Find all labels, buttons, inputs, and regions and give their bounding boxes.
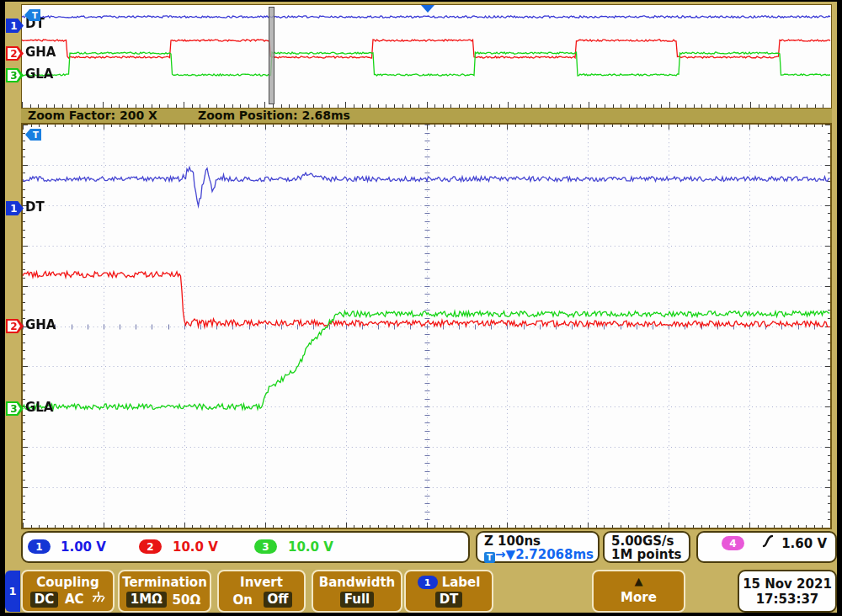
ch1-scale: 1.00 V <box>61 539 106 555</box>
zoom-position-label: Zoom Position: 2.68ms <box>198 109 350 123</box>
time-text: 17:53:37 <box>756 592 819 607</box>
label-title: Label <box>442 575 481 590</box>
zoom-window-marker[interactable] <box>269 7 274 104</box>
acquisition-readout[interactable]: 5.00GS/s 1M points <box>603 531 690 563</box>
datetime-display: 15 Nov 2021 17:53:37 <box>738 570 837 613</box>
termination-1m-option[interactable]: 1MΩ <box>126 592 167 608</box>
trigger-level-flag[interactable]: T <box>24 9 40 21</box>
termination-button[interactable]: Termination 1MΩ 50Ω <box>118 570 211 613</box>
overview-plot: T <box>21 4 832 109</box>
overview-waveform-canvas <box>22 5 831 108</box>
trigger-time-line: T→▼2.72068ms <box>484 547 594 563</box>
ch3-scale: 10.0 V <box>288 539 333 555</box>
overview-ch3-label: GLA <box>25 66 53 82</box>
channel-scales-readout[interactable]: 1 1.00 V 2 10.0 V 3 10.0 V <box>21 531 470 563</box>
scope-panel: T 1 DT 2 GHA 3 GLA Zoom Factor: 200 X Zo… <box>5 2 837 613</box>
coupling-title: Coupling <box>36 575 99 590</box>
invert-off-option[interactable]: Off <box>264 592 293 608</box>
arrow-icon: → <box>495 547 506 562</box>
ch3-readout-badge: 3 <box>254 539 277 554</box>
trigger-time-value: 2.72068ms <box>515 547 594 562</box>
ch2-readout-badge: 2 <box>139 539 162 554</box>
ch2-scale: 10.0 V <box>173 539 218 555</box>
coupling-dc-option[interactable]: DC <box>30 592 58 608</box>
invert-title: Invert <box>240 575 283 590</box>
main-ch1-label: DT <box>25 199 45 215</box>
termination-title: Termination <box>122 575 207 590</box>
zoom-plot: T <box>21 123 832 529</box>
main-ch3-label: GLA <box>25 400 53 415</box>
zoom-factor-label: Zoom Factor: 200 X <box>28 109 157 123</box>
label-channel-badge: 1 <box>418 576 438 589</box>
horizontal-readout[interactable]: Z 100ns T→▼2.72068ms <box>476 531 600 563</box>
termination-50-option[interactable]: 50Ω <box>170 592 204 608</box>
coupling-ground-icon[interactable] <box>90 591 105 608</box>
trigger-flag-letter: T <box>29 9 40 21</box>
coupling-ac-option[interactable]: AC <box>62 592 87 607</box>
trigger-slope-icon <box>762 534 774 551</box>
oscilloscope-screen: T 1 DT 2 GHA 3 GLA Zoom Factor: 200 X Zo… <box>0 0 842 616</box>
coupling-button[interactable]: Coupling DC AC <box>21 570 115 613</box>
marker-icon: ▼ <box>506 547 516 562</box>
label-header: 1 Label <box>418 575 481 590</box>
main-ch2-label: GHA <box>25 317 56 332</box>
record-length: 1M points <box>611 547 682 562</box>
bandwidth-title: Bandwidth <box>319 575 396 590</box>
bandwidth-value[interactable]: Full <box>340 592 374 608</box>
zoom-waveform-canvas <box>23 125 830 528</box>
more-up-arrow-icon: ▲ <box>635 577 643 586</box>
ch1-readout-badge: 1 <box>28 539 51 554</box>
trigger-source-badge: 4 <box>722 536 744 550</box>
bandwidth-button[interactable]: Bandwidth Full <box>312 570 402 613</box>
more-title: More <box>621 590 657 605</box>
trigger-readout[interactable]: 4 1.60 V <box>696 531 837 563</box>
trigger-t-icon: T <box>484 552 495 563</box>
zoom-info-bar: Zoom Factor: 200 X Zoom Position: 2.68ms <box>21 109 832 123</box>
date-text: 15 Nov 2021 <box>743 576 832 592</box>
label-button[interactable]: 1 Label DT <box>404 570 493 613</box>
invert-button[interactable]: Invert On Off <box>217 570 306 613</box>
label-value[interactable]: DT <box>435 592 463 608</box>
main-trigger-flag-letter: T <box>30 129 41 141</box>
invert-on-option[interactable]: On <box>231 592 255 608</box>
main-trigger-flag[interactable]: T <box>25 129 41 141</box>
trigger-position-marker[interactable] <box>421 5 434 13</box>
overview-ch2-label: GHA <box>25 45 56 60</box>
trigger-level: 1.60 V <box>781 536 827 551</box>
menu-channel-tab[interactable]: 1 <box>5 571 20 612</box>
more-button[interactable]: ▲ More <box>592 570 685 613</box>
